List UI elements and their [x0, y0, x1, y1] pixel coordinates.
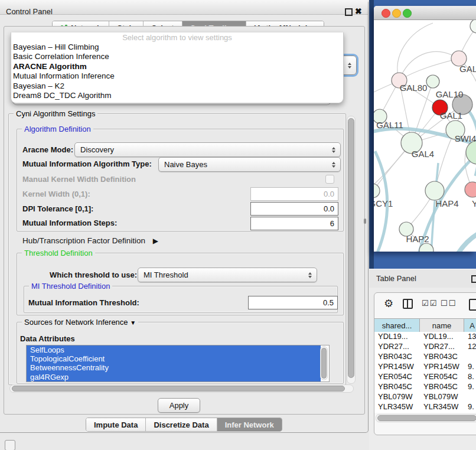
- hub-definition-toggle[interactable]: Hub/Transcription Factor Definition ▶: [22, 236, 158, 245]
- dropdown-item[interactable]: Mutual Information Inference: [11, 71, 343, 81]
- node-label: GAL: [459, 64, 476, 74]
- collapse-down-icon[interactable]: ▼: [130, 319, 136, 326]
- which-threshold-value: MI Threshold: [144, 270, 188, 279]
- list-item[interactable]: SelfLoops: [27, 345, 321, 354]
- column-header-2[interactable]: A: [464, 319, 476, 332]
- tab-label: Impute Data: [94, 420, 138, 429]
- combo-arrows-icon: [332, 162, 335, 168]
- select-all-checks-icon[interactable]: ☑☑: [422, 299, 438, 308]
- table-cell: YDR27...: [420, 342, 464, 352]
- dropdown-items: Bayesian – Hill ClimbingBasic Correlatio…: [11, 43, 343, 100]
- node-label: HAP4: [435, 198, 458, 208]
- dock-mini-icon[interactable]: [5, 440, 15, 450]
- kernel-width-field[interactable]: 0.0: [250, 187, 338, 201]
- which-threshold-combo[interactable]: MI Threshold: [138, 268, 317, 282]
- float-window-icon[interactable]: [345, 8, 353, 16]
- table-cell: YBR045C: [374, 382, 420, 392]
- settings-vscrollbar[interactable]: [347, 116, 356, 384]
- dropdown-item[interactable]: Bayesian – K2: [11, 81, 343, 91]
- close-icon[interactable]: ✖: [355, 7, 362, 15]
- data-attributes-label: Data Attributes: [20, 334, 75, 343]
- network-node[interactable]: [470, 20, 476, 33]
- manual-kernel-label: Manual Kernel Width Definition: [22, 175, 136, 184]
- control-panel-titlebar: [0, 0, 368, 15]
- network-view-window[interactable]: GALGAL80GAL10GAL1GAL11GAL4SWI4GCY1HAP4YH…: [374, 6, 476, 252]
- desktop-shadow-strip: [369, 0, 374, 269]
- table-toolbar: ⚙☑☑☐☐: [374, 293, 476, 318]
- dpi-tolerance-field[interactable]: 0.0: [250, 202, 338, 216]
- network-node-y[interactable]: [465, 182, 476, 197]
- list-vscrollbar-thumb[interactable]: [321, 348, 327, 379]
- network-node-gcy1[interactable]: [374, 184, 380, 198]
- node-label: GAL1: [440, 110, 462, 120]
- network-canvas[interactable]: GALGAL80GAL10GAL1GAL11GAL4SWI4GCY1HAP4YH…: [374, 20, 476, 252]
- mi-threshold-field[interactable]: 0.5: [248, 296, 338, 309]
- settings-hscrollbar-thumb[interactable]: [12, 386, 345, 392]
- table-panel-float-icon[interactable]: [471, 275, 476, 283]
- column-header-0[interactable]: shared...: [374, 319, 420, 332]
- table-cell: 9.: [464, 382, 476, 392]
- table-row[interactable]: YDL19...YDL19...13: [374, 332, 476, 342]
- algorithm-definition-title: Algorithm Definition: [22, 125, 93, 133]
- table-cell: 9.: [464, 362, 476, 372]
- deselect-all-checks-icon[interactable]: ☐☐: [441, 299, 457, 308]
- export-table-icon[interactable]: [469, 299, 476, 311]
- table-row[interactable]: YER054CYER054C8.: [374, 372, 476, 382]
- apply-button[interactable]: Apply: [158, 398, 200, 413]
- settings-vscrollbar-thumb[interactable]: [348, 118, 354, 378]
- close-traffic-light[interactable]: [382, 9, 390, 18]
- network-edge[interactable]: [397, 23, 433, 80]
- table-header: shared...nameA: [374, 318, 476, 332]
- dropdown-item[interactable]: Bayesian – Hill Climbing: [11, 43, 343, 52]
- tab-discretize-data[interactable]: Discretize Data: [145, 418, 216, 431]
- table-row[interactable]: YDR27...YDR27...12: [374, 342, 476, 352]
- cyni-settings-title: Cyni Algorithm Settings: [14, 109, 97, 118]
- aracne-mode-value: Discovery: [80, 145, 114, 154]
- table-row[interactable]: YBR045CYBR045C9.: [374, 382, 476, 392]
- table-cell: YIL052C: [374, 412, 420, 413]
- column-header-1[interactable]: name: [420, 319, 464, 332]
- list-item[interactable]: gal4RGexp: [27, 373, 321, 381]
- table-cell: [464, 392, 476, 402]
- mi-steps-field[interactable]: 6: [250, 217, 338, 230]
- settings-hscrollbar[interactable]: [9, 384, 354, 393]
- manual-kernel-checkbox[interactable]: [325, 175, 334, 184]
- mi-type-combo[interactable]: Naive Bayes: [158, 157, 341, 172]
- data-attributes-list[interactable]: SelfLoopsTopologicalCoefficientBetweenne…: [26, 345, 330, 382]
- network-node-hap4[interactable]: [425, 181, 444, 200]
- network-node[interactable]: [426, 75, 439, 88]
- list-item[interactable]: TopologicalCoefficient: [27, 354, 321, 363]
- network-node-swi4[interactable]: [466, 141, 476, 164]
- dropdown-item[interactable]: Dream8 DC_TDC Algorithm: [11, 91, 343, 100]
- mi-steps-label: Mutual Information Steps:: [22, 219, 117, 227]
- tab-infer-network[interactable]: Infer Network: [217, 418, 282, 431]
- zoom-traffic-light[interactable]: [403, 9, 412, 18]
- table-cell: YDL19...: [374, 332, 420, 342]
- table-panel-titlebar: Table Panel: [369, 269, 476, 288]
- table-cell: YER054C: [420, 372, 464, 382]
- table-row[interactable]: YBR043CYBR043C: [374, 352, 476, 362]
- list-item[interactable]: BetweennessCentrality: [27, 363, 321, 372]
- table-cell: YPR145W: [420, 362, 464, 372]
- table-hscrollbar[interactable]: [376, 414, 476, 422]
- minimize-traffic-light[interactable]: [392, 9, 401, 18]
- table-row[interactable]: YLR345WYLR345W9.: [374, 402, 476, 412]
- aracne-mode-combo[interactable]: Discovery: [74, 142, 341, 157]
- table-row[interactable]: YBL079WYBL079W: [374, 392, 476, 402]
- list-vscrollbar[interactable]: [320, 346, 328, 380]
- dropdown-item[interactable]: ARACNE Algorithm: [11, 62, 343, 71]
- table-row[interactable]: YPR145WYPR145W9.: [374, 362, 476, 372]
- settings-gear-icon[interactable]: ⚙: [384, 297, 393, 310]
- network-edge-highlighted[interactable]: [458, 230, 476, 252]
- table-hscrollbar-thumb[interactable]: [377, 415, 476, 421]
- column-selector-icon[interactable]: [403, 299, 413, 309]
- combo-arrows-icon: [348, 63, 351, 69]
- network-window-titlebar: [374, 6, 476, 20]
- table-row[interactable]: YIL052CYIL052C9: [374, 412, 476, 413]
- node-label: Y: [472, 198, 476, 208]
- panel-splitter-handle[interactable]: [364, 219, 366, 224]
- dropdown-item[interactable]: Basic Correlation Inference: [11, 52, 343, 61]
- dpi-tolerance-label: DPI Tolerance [0,1]:: [22, 204, 93, 213]
- tab-impute-data[interactable]: Impute Data: [86, 418, 145, 431]
- algorithm-dropdown: Select algorithm to view settings Bayesi…: [11, 32, 344, 103]
